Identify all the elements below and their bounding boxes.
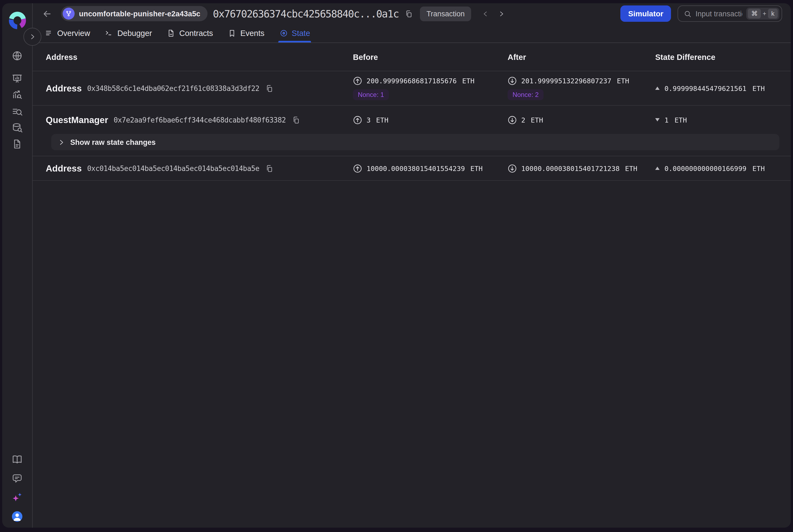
nonce-badge: Nonce: 1 [353,89,389,100]
diff-value: 1 [664,116,668,124]
dashboard-chart-icon[interactable] [8,71,26,86]
after-cell: 2 ETH [508,115,655,125]
column-header-before: Before [353,53,508,61]
state-table: Address Before After State Difference Ad… [33,43,791,528]
copy-icon [265,164,273,172]
address-cell: QuestManager 0x7e2aa9fef6bae6cff344ce468… [46,115,353,125]
back-button[interactable] [41,7,53,20]
search-box[interactable]: ⌘ + k [678,5,782,22]
copy-address-button[interactable] [291,115,301,125]
tab-contracts[interactable]: Contracts [167,24,213,42]
tenderly-logo-icon[interactable] [7,10,27,31]
before-unit: ETH [376,116,388,124]
sidebar [2,3,33,528]
tab-events-label: Events [240,29,264,38]
next-transaction-button[interactable] [497,9,506,18]
before-value: 3 [366,116,371,124]
arrow-down-circle-icon [508,76,517,86]
search-icon [683,10,692,18]
book-icon[interactable] [8,452,26,466]
search-shortcut: ⌘ + k [747,7,779,20]
diff-unit: ETH [752,84,765,92]
copy-icon [292,116,300,124]
sidebar-expand-button[interactable] [23,28,41,46]
bookmark-icon [228,29,237,38]
chat-icon[interactable] [8,471,26,485]
table-header-row: Address Before After State Difference [33,43,791,71]
arrow-up-circle-icon [353,164,362,173]
after-value: 10000.000038015401721238 [521,164,620,172]
copy-icon [405,10,413,18]
after-value: 2 [521,116,525,124]
before-value: 10000.000038015401554239 [366,164,465,172]
contract-name: Address [46,83,82,93]
copy-hash-button[interactable] [403,8,414,19]
search-input[interactable] [696,10,743,18]
diff-cell: 0.999998445479621561 ETH [655,84,779,92]
arrow-up-circle-icon [353,76,362,86]
simulator-button[interactable]: Simulator [621,5,671,22]
after-unit: ETH [531,116,543,124]
triangle-up-icon [655,87,660,90]
arrow-up-circle-icon [353,115,362,125]
tab-state[interactable]: State [279,24,310,42]
tab-debugger[interactable]: Debugger [105,24,152,42]
database-search-icon[interactable] [8,120,26,134]
show-raw-state-changes[interactable]: Show raw state changes [51,134,779,150]
list-icon [45,29,53,38]
after-value: 201.999995132296807237 [521,77,611,85]
column-header-diff: State Difference [655,53,779,61]
kbd-plus: + [763,10,766,17]
circle-dot-icon [279,29,288,38]
diff-value: 0.999998445479621561 [664,84,747,92]
tab-events[interactable]: Events [228,24,264,42]
before-cell: 3 ETH [353,115,508,125]
diff-value: 0.000000000000166999 [664,164,747,172]
contract-address: 0x7e2aa9fef6bae6cff344ce468dcabbf480f633… [114,116,286,124]
transaction-hash: 0x76702636374cbc425658840c...0a1c [213,8,399,19]
project-badge[interactable]: uncomfortable-punisher-e2a43a5c [61,6,208,21]
triangle-down-icon [655,118,660,121]
before-unit: ETH [470,164,483,172]
sidebar-top-nav [8,49,26,151]
diff-cell: 0.000000000000166999 ETH [655,164,779,172]
table-row: Address 0xc014ba5ec014ba5ec014ba5ec014ba… [33,156,791,181]
tab-overview[interactable]: Overview [45,24,90,42]
contract-name: QuestManager [46,115,108,125]
kbd-command: ⌘ [748,9,761,19]
file-icon [167,29,175,38]
copy-address-button[interactable] [264,83,275,93]
main-content: uncomfortable-punisher-e2a43a5c 0x767026… [33,3,791,528]
globe-icon[interactable] [8,49,26,63]
sparkles-icon[interactable] [8,490,26,504]
before-cell: 200.999996686817185676 ETH Nonce: 1 [353,71,508,105]
chevron-left-icon [482,10,489,17]
before-cell: 10000.000038015401554239 ETH [353,164,508,173]
arrow-down-circle-icon [508,164,517,173]
list-search-icon[interactable] [8,104,26,118]
previous-transaction-button[interactable] [481,9,490,18]
tab-bar: Overview Debugger Contracts Events State [33,24,791,43]
show-raw-state-changes-label: Show raw state changes [70,138,156,146]
after-cell: 10000.000038015401721238 ETH [508,164,655,173]
column-header-after: After [508,53,655,61]
avatar-icon[interactable] [8,509,26,523]
after-unit: ETH [617,77,629,85]
topbar-right: Simulator ⌘ + k [621,5,782,22]
copy-address-button[interactable] [264,163,275,173]
document-icon[interactable] [8,137,26,151]
tab-debugger-label: Debugger [117,29,152,38]
diff-unit: ETH [675,116,687,124]
contract-address: 0x348b58c6c1e4dba062ecf21f61c08338a3d3df… [87,84,259,92]
contract-address: 0xc014ba5ec014ba5ec014ba5ec014ba5ec014ba… [87,164,259,172]
arrow-left-icon [42,8,52,19]
analytics-search-icon[interactable] [8,88,26,102]
before-value: 200.999996686817185676 [366,77,457,85]
address-cell: Address 0xc014ba5ec014ba5ec014ba5ec014ba… [46,163,353,173]
kbd-k: k [768,9,778,19]
project-badge-label: uncomfortable-punisher-e2a43a5c [79,10,201,18]
chevron-right-icon [58,138,65,146]
address-cell: Address 0x348b58c6c1e4dba062ecf21f61c083… [46,83,353,93]
after-unit: ETH [625,164,637,172]
chevron-right-icon [29,33,36,40]
